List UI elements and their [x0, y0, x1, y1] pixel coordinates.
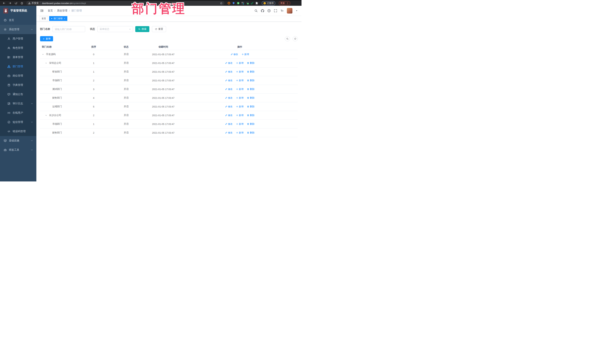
ext-on-badge-icon[interactable]	[246, 2, 249, 5]
sidebar-item-sms[interactable]: 短信管理	[0, 118, 36, 127]
ext-orange-ring-icon[interactable]	[227, 2, 231, 5]
action-delete-link[interactable]: 删除	[247, 122, 254, 126]
sidebar-item-dev-tool[interactable]: 研发工具	[0, 145, 36, 154]
ext-puzzle-icon[interactable]	[255, 2, 258, 5]
action-delete-link[interactable]: 删除	[247, 79, 254, 82]
search-icon[interactable]	[254, 9, 258, 12]
action-edit-link[interactable]: 修改	[225, 105, 232, 108]
action-delete-link[interactable]: 删除	[247, 131, 254, 134]
action-add-link[interactable]: 新增	[236, 122, 244, 126]
action-add-link[interactable]: 新增	[236, 79, 244, 82]
caret-down-icon[interactable]	[296, 10, 298, 12]
sidebar-item-label: 审计日志	[13, 102, 23, 105]
action-edit-link[interactable]: 修改	[225, 88, 232, 91]
user-avatar[interactable]	[287, 8, 292, 13]
reset-button[interactable]: 重置	[152, 26, 166, 32]
tab-部门管理[interactable]: 部门管理	[49, 16, 67, 21]
sidebar-item-menu[interactable]: 菜单管理	[0, 53, 36, 62]
url-text[interactable]: dashboard.yudao.iocoder.cn/system/dept	[42, 2, 218, 5]
action-add-link[interactable]: 新增	[236, 131, 244, 134]
breadcrumb-item[interactable]: 系统管理	[57, 9, 67, 12]
action-edit-link[interactable]: 修改	[225, 122, 232, 126]
bookmark-star-icon[interactable]	[220, 2, 223, 5]
action-add-link[interactable]: 新增	[236, 62, 244, 65]
plus-icon	[236, 114, 238, 116]
status-cell: 开启	[108, 131, 145, 134]
security-status[interactable]: 不安全	[28, 1, 39, 5]
code-icon	[7, 130, 10, 133]
action-edit-link[interactable]: 修改	[225, 96, 232, 99]
action-delete-link[interactable]: 删除	[247, 96, 254, 99]
ext-green-v-icon[interactable]	[237, 2, 240, 5]
action-add-link[interactable]: 新增	[236, 114, 244, 117]
update-label: 更新	[280, 2, 285, 5]
kebab-menu-icon[interactable]	[286, 2, 289, 4]
sort-cell: 3	[80, 88, 108, 91]
close-icon[interactable]	[64, 18, 66, 20]
home-icon[interactable]	[20, 2, 23, 5]
action-delete-link[interactable]: 删除	[247, 70, 254, 73]
chevron-down-icon	[31, 149, 33, 151]
add-button[interactable]: 新增	[40, 36, 53, 41]
action-edit-link[interactable]: 修改	[225, 70, 232, 73]
arrow-right-icon[interactable]	[9, 2, 12, 5]
sort-cell: 2	[80, 79, 108, 82]
action-add-link[interactable]: 新增	[236, 70, 244, 73]
refresh-table-button[interactable]	[293, 36, 298, 41]
ext-blue-gem-icon[interactable]	[232, 2, 235, 5]
sidebar-item-home[interactable]: 首页	[0, 16, 36, 25]
sidebar-item-notice[interactable]: 通知公告	[0, 90, 36, 99]
sidebar-item-system[interactable]: 系统管理	[0, 25, 36, 34]
created-cell: 2021-01-05 17:03:47	[145, 79, 182, 82]
font-size-icon[interactable]	[280, 9, 284, 12]
ext-green-key-icon[interactable]	[251, 2, 254, 5]
action-delete-link[interactable]: 删除	[247, 88, 254, 91]
browser-profile-chip[interactable]: 已暂停	[262, 1, 275, 5]
action-delete-link[interactable]: 删除	[247, 114, 254, 117]
action-delete-link[interactable]: 删除	[247, 105, 254, 108]
dept-name: 市场部门	[52, 79, 62, 82]
sidebar-item-post[interactable]: 岗位管理	[0, 71, 36, 80]
sidebar-item-error-code[interactable]: 错误码管理	[0, 127, 36, 136]
github-icon[interactable]	[261, 9, 264, 12]
action-edit-link[interactable]: 修改	[225, 114, 232, 117]
edit-icon	[225, 79, 227, 82]
profile-label: 已暂停	[267, 2, 274, 5]
address-bar[interactable]: 不安全 dashboard.yudao.iocoder.cn/system/de…	[26, 1, 224, 5]
expand-chevron-icon[interactable]	[45, 62, 49, 64]
app-logo[interactable]: 芋道管理系统	[0, 6, 36, 16]
action-add-link[interactable]: 新增	[242, 53, 249, 56]
sidebar-item-audit-log[interactable]: 审计日志	[0, 99, 36, 108]
sidebar-item-label: 通知公告	[13, 93, 23, 96]
breadcrumb-item[interactable]: 首页	[48, 9, 53, 12]
ext-tiles-drop-icon[interactable]	[241, 2, 244, 5]
toggle-search-button[interactable]	[285, 36, 290, 41]
action-add-link[interactable]: 新增	[236, 96, 244, 99]
sidebar-item-infra[interactable]: 基础设施	[0, 136, 36, 145]
hamburger-icon[interactable]	[40, 9, 44, 12]
help-icon[interactable]	[267, 9, 271, 12]
sidebar-item-role[interactable]: 角色管理	[0, 43, 36, 53]
action-add-link[interactable]: 新增	[236, 88, 244, 91]
search-button[interactable]: 搜索	[135, 26, 149, 32]
sidebar-item-dept[interactable]: 部门管理	[0, 62, 36, 71]
expand-chevron-icon[interactable]	[45, 114, 49, 116]
expand-chevron-icon[interactable]	[42, 53, 46, 55]
sidebar-item-user[interactable]: 用户管理	[0, 34, 36, 43]
fullscreen-icon[interactable]	[274, 9, 277, 12]
action-add-link[interactable]: 新增	[236, 105, 244, 108]
action-edit-link[interactable]: 修改	[225, 79, 232, 82]
dept-name-input[interactable]	[53, 26, 85, 32]
sidebar-item-online-user[interactable]: 在线用户	[0, 108, 36, 118]
column-header: 状态	[108, 45, 145, 49]
action-edit-link[interactable]: 修改	[225, 62, 232, 65]
reload-icon[interactable]	[14, 2, 17, 5]
browser-update-button[interactable]: 更新	[279, 1, 290, 5]
sidebar-item-dict[interactable]: 字典管理	[0, 80, 36, 90]
status-select[interactable]: 菜单状态	[97, 26, 133, 32]
action-delete-link[interactable]: 删除	[247, 62, 254, 65]
tab-首页[interactable]: 首页	[40, 16, 48, 21]
arrow-left-icon[interactable]	[3, 2, 6, 5]
action-edit-link[interactable]: 修改	[231, 53, 238, 56]
action-edit-link[interactable]: 修改	[225, 131, 232, 134]
